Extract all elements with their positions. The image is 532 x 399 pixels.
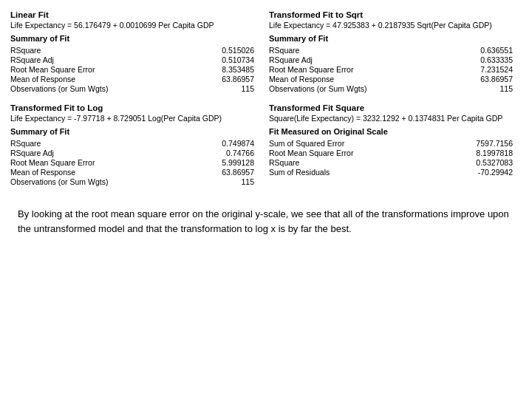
- bottom-text: By looking at the root mean square error…: [10, 201, 522, 242]
- stat-label: RSquare Adj: [10, 148, 171, 157]
- log-stats-table: RSquare0.749874RSquare Adj0.74766Root Me…: [10, 138, 257, 186]
- stat-label: RSquare: [10, 138, 171, 148]
- fit-measured-title: Fit Measured on Original Scale: [269, 127, 516, 136]
- stat-label: RSquare Adj: [269, 55, 429, 64]
- sqrt-summary-title: Summary of Fit: [269, 34, 516, 43]
- table-row: Root Mean Square Error5.999128: [10, 157, 257, 167]
- page-container: Linear Fit Life Expectancy = 56.176479 +…: [10, 7, 522, 242]
- linear-title: Linear Fit: [10, 10, 257, 19]
- stat-value: 5.999128: [171, 157, 257, 167]
- stat-label: RSquare: [269, 157, 429, 167]
- stat-value: 115: [171, 177, 257, 186]
- stat-label: Root Mean Square Error: [269, 64, 429, 74]
- table-row: RSquare0.749874: [10, 138, 257, 148]
- panel-square: Transformed Fit Square Square(Life Expec…: [263, 100, 522, 189]
- table-row: Mean of Response63.86957: [269, 74, 516, 83]
- log-summary-title: Summary of Fit: [10, 127, 257, 136]
- table-row: RSquare Adj0.510734: [10, 55, 257, 64]
- stat-value: 7597.7156: [429, 138, 516, 148]
- stat-value: 63.86957: [171, 167, 257, 177]
- panel-linear: Linear Fit Life Expectancy = 56.176479 +…: [10, 7, 263, 96]
- table-row: Observations (or Sum Wgts)115: [269, 83, 516, 93]
- stat-label: Mean of Response: [269, 74, 429, 83]
- stat-label: Root Mean Square Error: [10, 157, 171, 167]
- log-equation: Life Expectancy = -7.97718 + 8.729051 Lo…: [10, 114, 257, 123]
- stat-value: 8.353485: [171, 64, 257, 74]
- table-row: Mean of Response63.86957: [10, 74, 257, 83]
- square-stats-table: Sum of Squared Error7597.7156Root Mean S…: [269, 138, 516, 177]
- stat-value: 0.515026: [171, 45, 257, 55]
- stat-label: RSquare Adj: [10, 55, 171, 64]
- table-row: RSquare0.515026: [10, 45, 257, 55]
- table-row: Sum of Residuals-70.29942: [269, 167, 516, 177]
- stat-value: -70.29942: [429, 167, 516, 177]
- stat-label: RSquare: [269, 45, 429, 55]
- square-equation: Square(Life Expectancy) = 3232.1292 + 0.…: [269, 114, 516, 123]
- stat-label: Root Mean Square Error: [10, 64, 171, 74]
- sqrt-equation: Life Expectancy = 47.925383 + 0.2187935 …: [269, 21, 516, 30]
- stat-value: 0.636551: [429, 45, 516, 55]
- stat-label: Mean of Response: [10, 167, 171, 177]
- square-title: Transformed Fit Square: [269, 103, 516, 112]
- log-title: Transformed Fit to Log: [10, 103, 257, 112]
- table-row: Root Mean Square Error8.1997818: [269, 148, 516, 157]
- stat-value: 8.1997818: [429, 148, 516, 157]
- table-row: RSquare Adj0.633335: [269, 55, 516, 64]
- table-row: RSquare0.636551: [269, 45, 516, 55]
- stat-label: Mean of Response: [10, 74, 171, 83]
- stat-value: 0.749874: [171, 138, 257, 148]
- stat-value: 63.86957: [171, 74, 257, 83]
- table-row: Observations (or Sum Wgts)115: [10, 177, 257, 186]
- stat-label: Sum of Squared Error: [269, 138, 429, 148]
- sqrt-stats-table: RSquare0.636551RSquare Adj0.633335Root M…: [269, 45, 516, 93]
- linear-stats-table: RSquare0.515026RSquare Adj0.510734Root M…: [10, 45, 257, 93]
- stat-label: RSquare: [10, 45, 171, 55]
- bottom-panels: Transformed Fit to Log Life Expectancy =…: [10, 100, 522, 189]
- table-row: Mean of Response63.86957: [10, 167, 257, 177]
- stat-value: 7.231524: [429, 64, 516, 74]
- stat-label: Root Mean Square Error: [269, 148, 429, 157]
- stat-value: 0.633335: [429, 55, 516, 64]
- stat-value: 0.74766: [171, 148, 257, 157]
- sqrt-title: Transformed Fit to Sqrt: [269, 10, 516, 19]
- table-row: Root Mean Square Error7.231524: [269, 64, 516, 74]
- stat-label: Sum of Residuals: [269, 167, 429, 177]
- stat-label: Observations (or Sum Wgts): [10, 83, 171, 93]
- stat-label: Observations (or Sum Wgts): [10, 177, 171, 186]
- table-row: Sum of Squared Error7597.7156: [269, 138, 516, 148]
- stat-value: 115: [171, 83, 257, 93]
- stat-label: Observations (or Sum Wgts): [269, 83, 429, 93]
- table-row: Root Mean Square Error8.353485: [10, 64, 257, 74]
- panel-log: Transformed Fit to Log Life Expectancy =…: [10, 100, 263, 189]
- linear-summary-title: Summary of Fit: [10, 34, 257, 43]
- stat-value: 63.86957: [429, 74, 516, 83]
- stat-value: 115: [429, 83, 516, 93]
- table-row: RSquare0.5327083: [269, 157, 516, 167]
- table-row: Observations (or Sum Wgts)115: [10, 83, 257, 93]
- stat-value: 0.5327083: [429, 157, 516, 167]
- stat-value: 0.510734: [171, 55, 257, 64]
- table-row: RSquare Adj0.74766: [10, 148, 257, 157]
- linear-equation: Life Expectancy = 56.176479 + 0.0010699 …: [10, 21, 257, 30]
- panel-sqrt: Transformed Fit to Sqrt Life Expectancy …: [263, 7, 522, 96]
- top-panels: Linear Fit Life Expectancy = 56.176479 +…: [10, 7, 522, 96]
